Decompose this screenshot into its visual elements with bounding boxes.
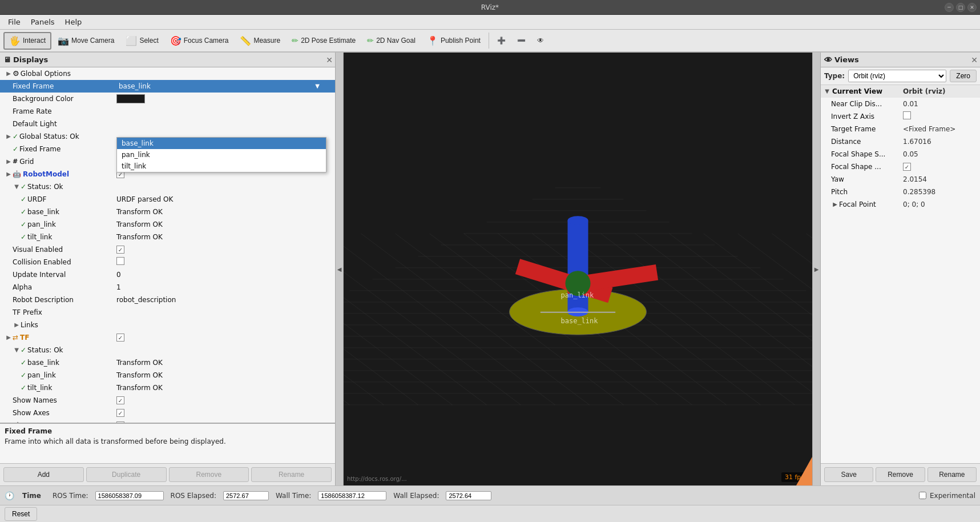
move-camera-button[interactable]: 📷 Move Camera — [53, 33, 119, 49]
show-axes-checkbox[interactable] — [116, 409, 124, 417]
global-options-expand[interactable]: ▶ — [5, 70, 13, 77]
displays-close-button[interactable]: ✕ — [326, 55, 333, 65]
ros-time-label: ROS Time: — [53, 492, 88, 500]
reset-button[interactable]: Reset — [5, 507, 37, 521]
grid-expand[interactable]: ▶ — [5, 158, 13, 164]
update-interval-value: 0 — [116, 271, 322, 279]
yaw-row: Yaw 2.0154 — [821, 173, 980, 186]
left-panel-collapse-button[interactable]: ◀ — [336, 53, 344, 485]
yaw-value: 2.0154 — [903, 175, 978, 183]
tf-pan-link-row: ✓ pan_link Transform OK — [0, 369, 335, 382]
yaw-label: Yaw — [831, 175, 844, 183]
viewport[interactable]: 31 fps http://docs.ros.org/... — [344, 53, 812, 485]
pose-estimate-button[interactable]: ✏ 2D Pose Estimate — [287, 33, 361, 48]
url-bar: http://docs.ros.org/... — [347, 476, 407, 482]
extra-btn-1[interactable]: ➕ — [492, 34, 511, 47]
rm-status-expand[interactable]: ▼ — [13, 183, 21, 190]
add-button[interactable]: Add — [3, 467, 84, 482]
current-view-section: ▼ Current View Orbit (rviz) — [821, 85, 980, 98]
pitch-label: Pitch — [831, 188, 848, 196]
focal-shape-checkbox[interactable] — [903, 163, 911, 171]
experimental-checkbox[interactable] — [919, 492, 926, 499]
visual-enabled-label: Visual Enabled — [13, 246, 116, 254]
tf-checkbox[interactable] — [116, 334, 124, 342]
zero-button[interactable]: Zero — [950, 70, 977, 82]
views-type-select[interactable]: Orbit (rviz) FPS (rviz) TopDownOrtho (rv… — [848, 70, 946, 82]
robot-model-expand[interactable]: ▶ — [5, 171, 13, 177]
interact-icon: 🖐 — [9, 35, 21, 46]
dropdown-item-base-link[interactable]: base_link — [117, 138, 326, 149]
combo-arrow-icon: ▼ — [315, 83, 320, 89]
info-panel: Fixed Frame Frame into which all data is… — [0, 423, 335, 463]
views-close-button[interactable]: ✕ — [971, 55, 978, 65]
focal-point-expand[interactable]: ▶ — [831, 201, 839, 207]
duplicate-button[interactable]: Duplicate — [86, 467, 167, 482]
maximize-button[interactable]: □ — [956, 3, 965, 12]
show-arrows-checkbox[interactable] — [116, 421, 124, 424]
extra-btn-2[interactable]: ➖ — [512, 34, 531, 47]
nav-goal-button[interactable]: ✏ 2D Nav Goal — [362, 33, 421, 48]
remove-button[interactable]: Remove — [169, 467, 249, 482]
alpha-value: 1 — [116, 283, 322, 291]
plus-icon: ➕ — [497, 37, 506, 45]
default-light-row: Default Light — [0, 118, 335, 130]
collision-enabled-label: Collision Enabled — [13, 258, 116, 266]
visual-enabled-checkbox[interactable] — [116, 246, 124, 254]
right-panel-collapse-button[interactable]: ▶ — [812, 53, 820, 485]
current-view-expand[interactable]: ▼ — [823, 88, 831, 94]
select-button[interactable]: ⬜ Select — [120, 33, 163, 49]
invert-z-checkbox[interactable] — [903, 111, 911, 119]
menu-panels[interactable]: Panels — [26, 17, 59, 27]
menu-help[interactable]: Help — [61, 17, 87, 27]
menu-file[interactable]: File — [3, 17, 25, 27]
save-view-button[interactable]: Save — [824, 467, 873, 482]
rm-status-check: ✓ — [21, 183, 26, 191]
wall-elapsed-input[interactable] — [446, 491, 491, 500]
links-label: Links — [21, 321, 116, 329]
tf-base-label: base_link — [27, 359, 116, 367]
interact-button[interactable]: 🖐 Interact — [3, 32, 51, 50]
target-frame-row: Target Frame <Fixed Frame> — [821, 123, 980, 135]
global-options-label: Global Options — [21, 70, 116, 78]
extra-btn-3[interactable]: 👁 — [532, 34, 549, 47]
minimize-button[interactable]: ─ — [945, 3, 954, 12]
focus-camera-button[interactable]: 🎯 Focus Camera — [165, 33, 234, 49]
dropdown-item-tilt-link[interactable]: tilt_link — [117, 160, 326, 172]
bg-color-swatch[interactable] — [116, 94, 145, 103]
focal-point-value: 0; 0; 0 — [903, 200, 978, 208]
fixed-frame-combo[interactable]: base_link ▼ — [116, 81, 322, 92]
rm-status-row: ▼ ✓ Status: Ok — [0, 180, 335, 193]
rename-view-button[interactable]: Rename — [927, 467, 977, 482]
ros-time-input[interactable] — [95, 491, 164, 500]
urdf-label: URDF — [27, 195, 116, 203]
info-description: Frame into which all data is transformed… — [5, 437, 330, 445]
displays-tree[interactable]: ▶ ⚙ Global Options Fixed Frame base_link… — [0, 67, 335, 423]
wall-time-input[interactable] — [318, 491, 386, 500]
publish-point-button[interactable]: 📍 Publish Point — [422, 33, 486, 49]
info-title: Fixed Frame — [5, 427, 330, 435]
views-tree[interactable]: ▼ Current View Orbit (rviz) Near Clip Di… — [821, 85, 980, 463]
measure-button[interactable]: 📏 Measure — [235, 33, 285, 49]
distance-value: 1.67016 — [903, 138, 978, 146]
remove-view-button[interactable]: Remove — [876, 467, 925, 482]
rename-button[interactable]: Rename — [251, 467, 332, 482]
focal-point-row: ▶ Focal Point 0; 0; 0 — [821, 198, 980, 211]
focal-shape-s-value: 0.05 — [903, 150, 978, 158]
show-names-checkbox[interactable] — [116, 396, 124, 404]
tf-expand[interactable]: ▶ — [5, 334, 13, 340]
ros-elapsed-input[interactable] — [223, 491, 269, 500]
fixed-frame-row[interactable]: Fixed Frame base_link ▼ — [0, 80, 335, 93]
collision-enabled-row: Collision Enabled — [0, 256, 335, 268]
collision-enabled-checkbox[interactable] — [116, 257, 124, 265]
tf-pan-label: pan_link — [27, 371, 116, 379]
links-row: ▶ Links — [0, 319, 335, 331]
links-expand[interactable]: ▶ — [13, 322, 21, 328]
tf-status-expand[interactable]: ▼ — [13, 347, 21, 353]
dropdown-item-pan-link[interactable]: pan_link — [117, 149, 326, 160]
rm-pan-check: ✓ — [21, 220, 26, 228]
close-button[interactable]: ✕ — [967, 3, 977, 12]
global-status-expand[interactable]: ▶ — [5, 133, 13, 139]
fixed-frame-dropdown[interactable]: base_link pan_link tilt_link — [116, 137, 326, 172]
titlebar: RViz* ─ □ ✕ — [0, 0, 980, 15]
views-panel: 👁 Views ✕ Type: Orbit (rviz) FPS (rviz) … — [820, 53, 980, 485]
